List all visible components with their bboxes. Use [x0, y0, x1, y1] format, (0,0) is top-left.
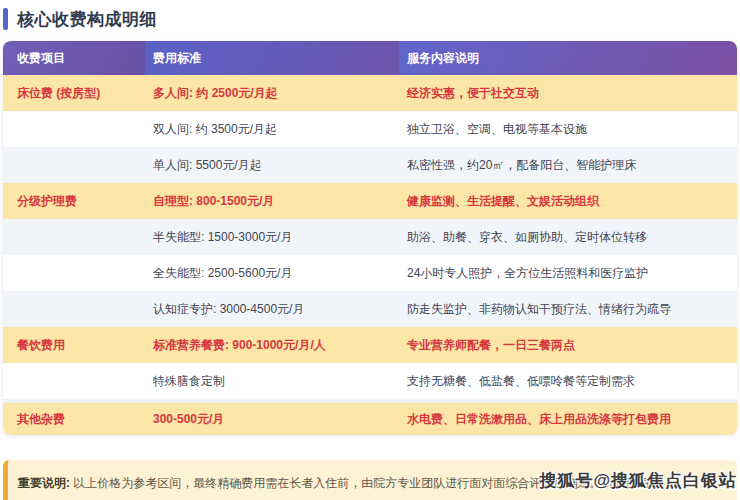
table-row: 认知症专护: 3000-4500元/月防走失监护、非药物认知干预疗法、情绪行为疏…	[3, 291, 737, 327]
watermark: 搜狐号@搜狐焦点白银站	[539, 469, 737, 492]
cell-service: 健康监测、生活提醒、文娱活动组织	[399, 193, 737, 210]
column-header-service: 服务内容说明	[399, 41, 737, 75]
cell-service: 经济实惠，便于社交互动	[399, 85, 737, 102]
cell-fee: 标准营养餐费: 900-1000元/月/人	[145, 337, 399, 354]
table-header-row: 收费项目 费用标准 服务内容说明	[3, 41, 737, 75]
table-row: 双人间: 约 3500元/月起独立卫浴、空调、电视等基本设施	[3, 111, 737, 147]
cell-fee: 300-500元/月	[145, 411, 399, 428]
cell-item: 床位费 (按房型)	[3, 85, 145, 102]
cell-service: 专业营养师配餐，一日三餐两点	[399, 337, 737, 354]
column-header-fee: 费用标准	[145, 41, 399, 75]
table-body: 床位费 (按房型)多人间: 约 2500元/月起经济实惠，便于社交互动双人间: …	[3, 75, 737, 435]
cell-fee: 双人间: 约 3500元/月起	[145, 121, 399, 138]
cell-fee: 特殊膳食定制	[145, 373, 399, 390]
title-accent-bar	[3, 8, 8, 30]
column-header-item: 收费项目	[3, 41, 145, 75]
cell-fee: 单人间: 5500元/月起	[145, 157, 399, 174]
cell-fee: 半失能型: 1500-3000元/月	[145, 229, 399, 246]
table-row: 特殊膳食定制支持无糖餐、低盐餐、低嘌呤餐等定制需求	[3, 363, 737, 399]
cell-service: 私密性强，约20㎡，配备阳台、智能护理床	[399, 157, 737, 174]
cell-service: 24小时专人照护，全方位生活照料和医疗监护	[399, 265, 737, 282]
note-label: 重要说明:	[18, 476, 70, 490]
cell-item: 分级护理费	[3, 193, 145, 210]
cell-service: 支持无糖餐、低盐餐、低嘌呤餐等定制需求	[399, 373, 737, 390]
cell-fee: 自理型: 800-1500元/月	[145, 193, 399, 210]
cell-service: 防走失监护、非药物认知干预疗法、情绪行为疏导	[399, 301, 737, 318]
cell-fee: 多人间: 约 2500元/月起	[145, 85, 399, 102]
cell-item: 其他杂费	[3, 411, 145, 428]
page-header: 核心收费构成明细	[0, 0, 740, 32]
table-row: 单人间: 5500元/月起私密性强，约20㎡，配备阳台、智能护理床	[3, 147, 737, 183]
fee-table: 收费项目 费用标准 服务内容说明 床位费 (按房型)多人间: 约 2500元/月…	[3, 41, 737, 435]
cell-service: 水电费、日常洗漱用品、床上用品洗涤等打包费用	[399, 411, 737, 428]
cell-fee: 认知症专护: 3000-4500元/月	[145, 301, 399, 318]
cell-service: 独立卫浴、空调、电视等基本设施	[399, 121, 737, 138]
table-row: 床位费 (按房型)多人间: 约 2500元/月起经济实惠，便于社交互动	[3, 75, 737, 111]
cell-service: 助浴、助餐、穿衣、如厕协助、定时体位转移	[399, 229, 737, 246]
table-row: 其他杂费300-500元/月水电费、日常洗漱用品、床上用品洗涤等打包费用	[3, 399, 737, 435]
cell-fee: 全失能型: 2500-5600元/月	[145, 265, 399, 282]
table-row: 餐饮费用标准营养餐费: 900-1000元/月/人专业营养师配餐，一日三餐两点	[3, 327, 737, 363]
page-title: 核心收费构成明细	[17, 8, 157, 31]
cell-item: 餐饮费用	[3, 337, 145, 354]
table-row: 分级护理费自理型: 800-1500元/月健康监测、生活提醒、文娱活动组织	[3, 183, 737, 219]
table-row: 半失能型: 1500-3000元/月助浴、助餐、穿衣、如厕协助、定时体位转移	[3, 219, 737, 255]
table-row: 全失能型: 2500-5600元/月24小时专人照护，全方位生活照料和医疗监护	[3, 255, 737, 291]
